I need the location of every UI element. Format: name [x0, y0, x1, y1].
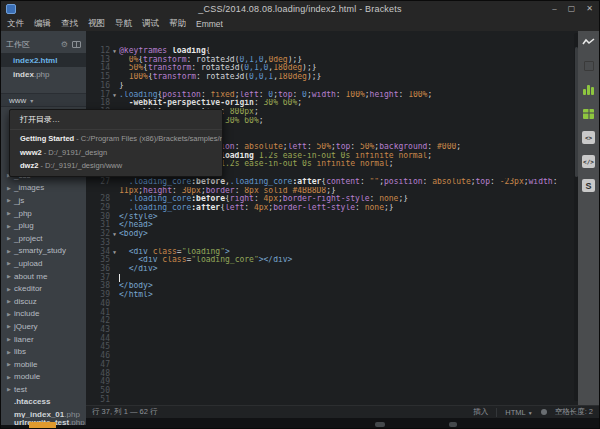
snippets-button[interactable]: S: [582, 179, 595, 192]
code-tag-button[interactable]: <>: [582, 131, 595, 144]
code-line[interactable]: 32▼<body>: [86, 230, 580, 239]
tree-item-_smarty_study[interactable]: ▶_smarty_study: [1, 245, 86, 258]
code-line[interactable]: 30</style>: [86, 213, 580, 222]
code-line[interactable]: 35 <div class="loading_core"></div>: [86, 256, 580, 265]
title-bar[interactable]: _CSS/2014.08.08.loading/index2.html - Br…: [1, 1, 599, 17]
code-line[interactable]: 31</head>: [86, 221, 580, 230]
fold-arrow-icon[interactable]: ▼: [110, 248, 119, 257]
recent-project-www2[interactable]: www2 - D:/_9191/_design: [10, 146, 222, 160]
code-line[interactable]: 51: [86, 396, 580, 405]
code-line[interactable]: 14 50%{transform: rotate3d(0,1,0,180deg)…: [86, 64, 580, 73]
project-dropdown[interactable]: www ▾: [1, 93, 86, 107]
code-line[interactable]: 12▼@keyframes loading{: [86, 47, 580, 56]
folder-name: ckeditor: [14, 284, 42, 293]
code-editor[interactable]: 12▼@keyframes loading{13 0%{transform: r…: [86, 31, 580, 405]
tree-item-_js[interactable]: ▶_js: [1, 194, 86, 207]
code-line[interactable]: 37: [86, 274, 580, 283]
code-text: <div class="loading">: [119, 248, 580, 257]
folder-name: mobile: [14, 360, 38, 369]
code-line[interactable]: 28 .loading_core:before{right: 4px;borde…: [86, 195, 580, 204]
menu-item-导航[interactable]: 导航: [115, 18, 132, 30]
live-preview-wave-icon[interactable]: [582, 35, 595, 48]
code-line[interactable]: 38</body>: [86, 282, 580, 291]
recent-project-getting-started[interactable]: Getting Started - C:/Program Files (x86)…: [10, 132, 222, 146]
gear-icon[interactable]: ⚙: [61, 40, 68, 49]
theme-brush-icon[interactable]: [582, 83, 595, 96]
tree-item-include[interactable]: ▶include: [1, 308, 86, 321]
tree-item-test[interactable]: ▶test: [1, 383, 86, 396]
fold-gutter: [110, 309, 119, 318]
menu-item-文件[interactable]: 文件: [7, 18, 24, 30]
close-button[interactable]: ✕: [586, 2, 593, 15]
tree-item-discuz[interactable]: ▶discuz: [1, 295, 86, 308]
code-line[interactable]: 18 -webkit-perspective-origin: 30% 60%;: [86, 99, 580, 108]
menu-item-编辑[interactable]: 编辑: [34, 18, 51, 30]
code-line[interactable]: 13 0%{transform: rotate3d(0,1,0,0deg);}: [86, 56, 580, 65]
language-selector[interactable]: HTML▼: [505, 408, 532, 417]
code-line[interactable]: 29 .loading_core:after{left: 4px;border-…: [86, 204, 580, 213]
code-line[interactable]: 47: [86, 361, 580, 370]
code-line[interactable]: 44: [86, 335, 580, 344]
tree-item-_images[interactable]: ▶_images: [1, 182, 86, 195]
code-line[interactable]: 40: [86, 300, 580, 309]
tree-item-ckeditor[interactable]: ▶ckeditor: [1, 282, 86, 295]
tree-item-module[interactable]: ▶module: [1, 371, 86, 384]
workspace-header: 工作区 ⚙: [1, 37, 86, 51]
tree-item-lianer[interactable]: ▶lianer: [1, 333, 86, 346]
split-view-icon[interactable]: [72, 41, 81, 48]
file-ext: .html: [38, 56, 57, 65]
code-line[interactable]: 41: [86, 309, 580, 318]
tree-item-.htaccess[interactable]: .htaccess: [1, 396, 86, 409]
code-line[interactable]: 27 .loading_core:before,.loading_core:af…: [86, 178, 580, 187]
working-file-index[interactable]: index.php: [1, 67, 86, 81]
tree-item-libs[interactable]: ▶libs: [1, 345, 86, 358]
folder-name: _php: [14, 209, 32, 218]
code-line[interactable]: 33: [86, 239, 580, 248]
menu-item-Emmet[interactable]: Emmet: [196, 19, 223, 29]
menu-item-查找[interactable]: 查找: [61, 18, 78, 30]
tree-item-_php[interactable]: ▶_php: [1, 207, 86, 220]
minimize-button[interactable]: –: [552, 2, 556, 15]
indentation-setting[interactable]: 空格长度: 2: [555, 407, 593, 417]
code-line[interactable]: 49: [86, 378, 580, 387]
extension-box-icon[interactable]: [582, 59, 595, 72]
status-right-group: 插入 HTML▼ 空格长度: 2: [473, 407, 593, 417]
tree-item-about me[interactable]: ▶about me: [1, 270, 86, 283]
tree-item-mobile[interactable]: ▶mobile: [1, 358, 86, 371]
lint-status-icon[interactable]: [541, 409, 547, 415]
fold-arrow-icon[interactable]: ▼: [110, 230, 119, 239]
menu-item-视图[interactable]: 视图: [88, 18, 105, 30]
fold-gutter: [110, 56, 119, 65]
code-line[interactable]: 34▼ <div class="loading">: [86, 248, 580, 257]
code-line[interactable]: 11px;height: 30px;border: 8px solid #4BB…: [86, 187, 580, 196]
code-line[interactable]: 43: [86, 326, 580, 335]
code-line[interactable]: 36 </div>: [86, 265, 580, 274]
code-line[interactable]: 16}: [86, 82, 580, 91]
open-folder-menu-item[interactable]: 打开目录…: [10, 113, 222, 127]
maximize-button[interactable]: ▢: [568, 2, 576, 15]
code-slash-tag-button[interactable]: </>: [582, 155, 595, 168]
recent-project-dwz2[interactable]: dwz2 - D:/_9191/_design/www: [10, 159, 222, 173]
code-line[interactable]: 50: [86, 387, 580, 396]
code-line[interactable]: 46: [86, 352, 580, 361]
working-file-index2[interactable]: index2.html: [1, 53, 86, 67]
menu-item-调试[interactable]: 调试: [142, 18, 159, 30]
menu-item-帮助[interactable]: 帮助: [169, 18, 186, 30]
code-text: [119, 300, 580, 309]
extension-gift-icon[interactable]: [582, 107, 595, 120]
code-line[interactable]: 15 100%{transform: rotate3d(0,0,1,180deg…: [86, 73, 580, 82]
code-line[interactable]: 17▼.loading{position: fixed;left: 0;top:…: [86, 91, 580, 100]
file-name: index2: [13, 56, 38, 65]
fold-arrow-icon[interactable]: ▼: [110, 47, 119, 56]
tree-item-_project[interactable]: ▶_project: [1, 232, 86, 245]
insert-mode-indicator[interactable]: 插入: [473, 407, 488, 417]
fold-gutter: [110, 221, 119, 230]
code-line[interactable]: 39</html>: [86, 291, 580, 300]
fold-arrow-icon[interactable]: ▼: [110, 91, 119, 100]
tree-item-_upload[interactable]: ▶_upload: [1, 257, 86, 270]
tree-item-_plug[interactable]: ▶_plug: [1, 219, 86, 232]
tree-item-jQuery[interactable]: ▶jQuery: [1, 320, 86, 333]
code-line[interactable]: 45: [86, 343, 580, 352]
code-line[interactable]: 48: [86, 370, 580, 379]
code-line[interactable]: 42: [86, 317, 580, 326]
